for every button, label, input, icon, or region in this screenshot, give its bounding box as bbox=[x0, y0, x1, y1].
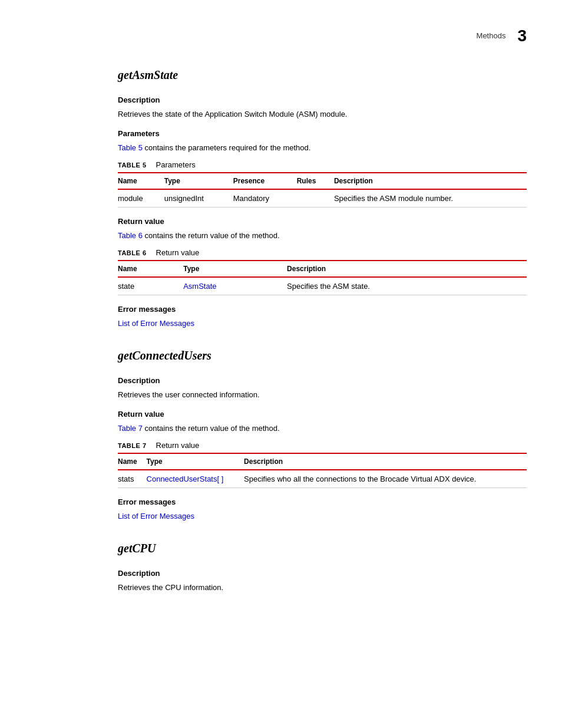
table7: Name Type Description stats ConnectedUse… bbox=[118, 453, 527, 489]
table5-key: TABLE 5 bbox=[118, 160, 147, 170]
table7-key: TABLE 7 bbox=[118, 441, 147, 451]
section-getconnectedusers: getConnectedUsers Description Retrieves … bbox=[118, 347, 527, 522]
return-value-label-1: Return value bbox=[118, 216, 527, 228]
return-suffix-2: contains the return value of the method. bbox=[143, 424, 280, 433]
cell-description: Specifies who all the connections to the… bbox=[244, 470, 527, 488]
cell-type: unsignedInt bbox=[164, 189, 233, 207]
table-row: stats ConnectedUserStats[ ] Specifies wh… bbox=[118, 470, 527, 488]
error-messages-anchor-2[interactable]: List of Error Messages bbox=[118, 512, 194, 521]
return-value-intro-2: Table 7 contains the return value of the… bbox=[118, 423, 527, 434]
table7-val: Return value bbox=[156, 440, 200, 452]
asmstate-link[interactable]: AsmState bbox=[183, 282, 216, 291]
section-getasmstate: getAsmState Description Retrieves the st… bbox=[118, 66, 527, 329]
error-messages-link-2: List of Error Messages bbox=[118, 510, 527, 522]
table5: Name Type Presence Rules Description mod… bbox=[118, 172, 527, 208]
cell-rules bbox=[297, 189, 334, 207]
table5-label: TABLE 5 Parameters bbox=[118, 159, 527, 171]
page-number: 3 bbox=[517, 24, 527, 48]
col-description-1: Description bbox=[334, 173, 527, 189]
table6-val: Return value bbox=[156, 247, 200, 259]
table6-link[interactable]: Table 6 bbox=[118, 231, 143, 240]
parameters-label-1: Parameters bbox=[118, 128, 527, 140]
page-header: Methods 3 bbox=[118, 24, 527, 48]
col-name-2: Name bbox=[118, 261, 183, 277]
cell-presence: Mandatory bbox=[233, 189, 297, 207]
col-type-3: Type bbox=[147, 453, 244, 470]
cell-description: Specifies the ASM module number. bbox=[334, 189, 527, 207]
error-messages-label-2: Error messages bbox=[118, 496, 527, 508]
table6-key: TABLE 6 bbox=[118, 248, 147, 258]
section-title-getcpu: getCPU bbox=[118, 539, 527, 557]
description-label-2: Description bbox=[118, 375, 527, 387]
description-text-2: Retrieves the user connected information… bbox=[118, 389, 527, 401]
description-text-1: Retrieves the state of the Application S… bbox=[118, 108, 527, 120]
return-value-intro-1: Table 6 contains the return value of the… bbox=[118, 230, 527, 242]
col-type-2: Type bbox=[183, 261, 287, 277]
cell-type: AsmState bbox=[183, 277, 287, 295]
table7-link[interactable]: Table 7 bbox=[118, 424, 143, 433]
error-messages-label-1: Error messages bbox=[118, 304, 527, 315]
cell-description: Specifies the ASM state. bbox=[287, 277, 527, 295]
table-row: state AsmState Specifies the ASM state. bbox=[118, 277, 527, 295]
col-type-1: Type bbox=[164, 173, 233, 189]
cell-name: state bbox=[118, 277, 183, 295]
return-suffix-1: contains the return value of the method. bbox=[143, 231, 280, 240]
return-value-label-2: Return value bbox=[118, 409, 527, 420]
table5-link[interactable]: Table 5 bbox=[118, 143, 143, 152]
section-title-getconnectedusers: getConnectedUsers bbox=[118, 347, 527, 364]
col-presence-1: Presence bbox=[233, 173, 297, 189]
section-title-getasmstate: getAsmState bbox=[118, 66, 527, 84]
cell-type: ConnectedUserStats[ ] bbox=[147, 470, 244, 488]
description-text-3: Retrieves the CPU information. bbox=[118, 582, 527, 594]
table6-label: TABLE 6 Return value bbox=[118, 247, 527, 259]
cell-name: module bbox=[118, 189, 164, 207]
cell-name: stats bbox=[118, 470, 147, 488]
col-description-3: Description bbox=[244, 453, 527, 470]
table7-label: TABLE 7 Return value bbox=[118, 440, 527, 452]
col-name-1: Name bbox=[118, 173, 164, 189]
table5-val: Parameters bbox=[156, 159, 196, 171]
parameters-suffix-1: contains the parameters required for the… bbox=[143, 143, 310, 152]
connecteduserstats-link[interactable]: ConnectedUserStats[ ] bbox=[147, 475, 224, 483]
error-messages-link-1: List of Error Messages bbox=[118, 318, 527, 330]
parameters-intro-1: Table 5 contains the parameters required… bbox=[118, 142, 527, 154]
col-rules-1: Rules bbox=[297, 173, 334, 189]
header-section-label: Methods bbox=[477, 30, 506, 42]
table6: Name Type Description state AsmState Spe… bbox=[118, 260, 527, 296]
description-label-1: Description bbox=[118, 94, 527, 106]
error-messages-anchor-1[interactable]: List of Error Messages bbox=[118, 319, 194, 328]
description-label-3: Description bbox=[118, 568, 527, 579]
table-row: module unsignedInt Mandatory Specifies t… bbox=[118, 189, 527, 207]
col-name-3: Name bbox=[118, 453, 147, 470]
col-description-2: Description bbox=[287, 261, 527, 277]
section-getcpu: getCPU Description Retrieves the CPU inf… bbox=[118, 539, 527, 593]
